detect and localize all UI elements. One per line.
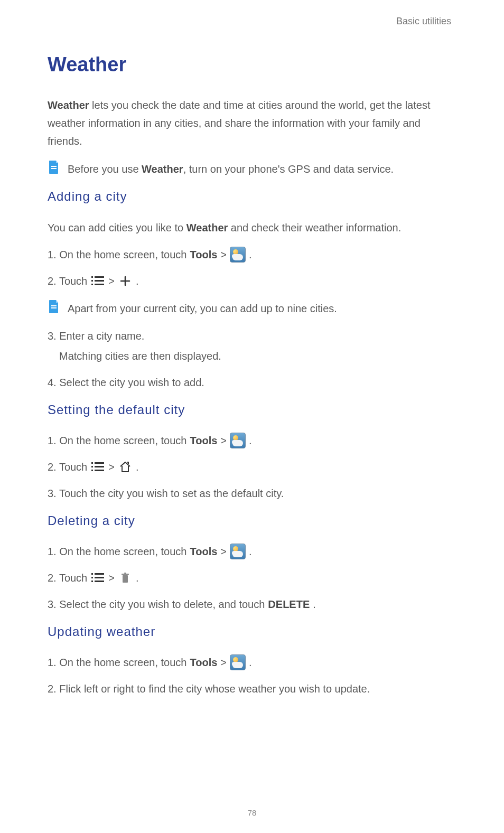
intro-bold: Weather (48, 99, 89, 111)
adding-step-1: 1. On the home screen, touch Tools > . (48, 246, 456, 263)
intro-paragraph: Weather lets you check the date and time… (48, 96, 456, 150)
header-category: Basic utilities (48, 16, 456, 27)
default-step-2: 2. Touch > . (48, 458, 456, 475)
svg-rect-0 (51, 166, 57, 167)
weather-app-icon (230, 544, 246, 559)
updating-step1-gt: > (220, 654, 227, 671)
svg-rect-24 (123, 575, 128, 583)
default-step-3: 3. Touch the city you wish to set as the… (48, 485, 456, 502)
deleting-step3-end: . (313, 596, 316, 613)
plus-icon (118, 275, 133, 287)
page-number: 78 (0, 808, 504, 817)
svg-rect-18 (91, 573, 93, 575)
weather-app-icon (230, 433, 246, 448)
weather-app-icon (230, 247, 246, 263)
default-step1-pre: 1. On the home screen, touch (48, 432, 187, 449)
note-gps: Before you use Weather, turn on your pho… (48, 160, 456, 177)
updating-step1-end: . (249, 654, 252, 671)
default-step3-text: 3. Touch the city you wish to set as the… (48, 485, 284, 502)
adding-step-2: 2. Touch > . (48, 273, 456, 289)
svg-rect-1 (51, 168, 57, 169)
home-icon (118, 461, 133, 473)
svg-rect-16 (91, 470, 93, 471)
deleting-step-2: 2. Touch > . (48, 569, 456, 586)
deleting-step3-bold: DELETE (268, 596, 310, 613)
svg-rect-7 (95, 284, 104, 285)
note-gps-pre: Before you use (68, 163, 142, 175)
default-step2-end: . (136, 458, 139, 475)
adding-desc-post: and check their weather information. (228, 222, 401, 233)
heading-adding-city: Adding a city (48, 189, 456, 204)
adding-step4-text: 4. Select the city you wish to add. (48, 374, 204, 391)
svg-rect-21 (95, 577, 104, 578)
adding-step1-gt: > (220, 246, 227, 263)
default-step1-bold: Tools (190, 432, 218, 449)
svg-rect-10 (51, 305, 57, 306)
updating-step1-pre: 1. On the home screen, touch (48, 654, 187, 671)
trash-icon (118, 572, 133, 584)
svg-rect-2 (91, 276, 93, 278)
note-nine-text: Apart from your current city, you can ad… (68, 299, 456, 317)
default-step-1: 1. On the home screen, touch Tools > . (48, 432, 456, 449)
page-title: Weather (48, 53, 456, 76)
list-icon (90, 572, 105, 584)
list-icon (90, 461, 105, 473)
default-step2-gt: > (108, 458, 115, 475)
svg-rect-6 (91, 284, 93, 285)
deleting-step-3: 3. Select the city you wish to delete, a… (48, 596, 456, 613)
adding-desc: You can add cities you like to Weather a… (48, 219, 456, 237)
adding-step-3: 3. Enter a city name. Matching cities ar… (48, 327, 456, 364)
deleting-step3-pre: 3. Select the city you wish to delete, a… (48, 596, 265, 613)
svg-rect-13 (95, 462, 104, 464)
deleting-step-1: 1. On the home screen, touch Tools > . (48, 543, 456, 560)
svg-rect-20 (91, 577, 93, 578)
deleting-step1-pre: 1. On the home screen, touch (48, 543, 187, 560)
list-icon (90, 275, 105, 287)
svg-rect-12 (91, 462, 93, 464)
svg-rect-25 (122, 574, 129, 575)
adding-desc-bold: Weather (186, 222, 228, 233)
default-step2-pre: 2. Touch (48, 458, 87, 475)
adding-step1-end: . (249, 246, 252, 263)
deleting-step1-end: . (249, 543, 252, 560)
updating-step-2: 2. Flick left or right to find the city … (48, 680, 456, 697)
svg-rect-26 (124, 573, 126, 574)
updating-step1-bold: Tools (190, 654, 218, 671)
default-step1-end: . (249, 432, 252, 449)
default-step1-gt: > (220, 432, 227, 449)
adding-step1-bold: Tools (190, 246, 218, 263)
svg-rect-15 (95, 466, 104, 467)
note-icon (48, 160, 60, 174)
adding-desc-pre: You can add cities you like to (48, 222, 186, 233)
svg-rect-23 (95, 581, 104, 582)
adding-step3-text: 3. Enter a city name. (48, 327, 144, 344)
heading-default-city: Setting the default city (48, 403, 456, 417)
svg-rect-11 (51, 307, 57, 308)
deleting-step1-bold: Tools (190, 543, 218, 560)
deleting-step2-gt: > (108, 569, 115, 586)
deleting-step2-pre: 2. Touch (48, 569, 87, 586)
intro-rest: lets you check the date and time at citi… (48, 99, 430, 147)
note-nine-cities: Apart from your current city, you can ad… (48, 299, 456, 317)
document-page: Basic utilities Weather Weather lets you… (0, 0, 504, 833)
updating-step2-text: 2. Flick left or right to find the city … (48, 680, 370, 697)
adding-step2-pre: 2. Touch (48, 273, 87, 289)
heading-updating-weather: Updating weather (48, 624, 456, 639)
svg-rect-17 (95, 470, 104, 471)
adding-step2-end: . (136, 273, 139, 289)
note-gps-post: , turn on your phone's GPS and data serv… (183, 163, 394, 175)
note-icon (48, 299, 60, 314)
heading-deleting-city: Deleting a city (48, 513, 456, 528)
adding-step3-sub: Matching cities are then displayed. (59, 348, 456, 364)
svg-rect-5 (95, 280, 104, 282)
svg-rect-14 (91, 466, 93, 467)
note-gps-text: Before you use Weather, turn on your pho… (68, 160, 456, 177)
svg-rect-19 (95, 573, 104, 575)
adding-step1-pre: 1. On the home screen, touch (48, 246, 187, 263)
note-gps-bold: Weather (142, 163, 183, 175)
svg-rect-3 (95, 276, 104, 278)
deleting-step1-gt: > (220, 543, 227, 560)
deleting-step2-end: . (136, 569, 139, 586)
weather-app-icon (230, 654, 246, 670)
adding-step-4: 4. Select the city you wish to add. (48, 374, 456, 391)
